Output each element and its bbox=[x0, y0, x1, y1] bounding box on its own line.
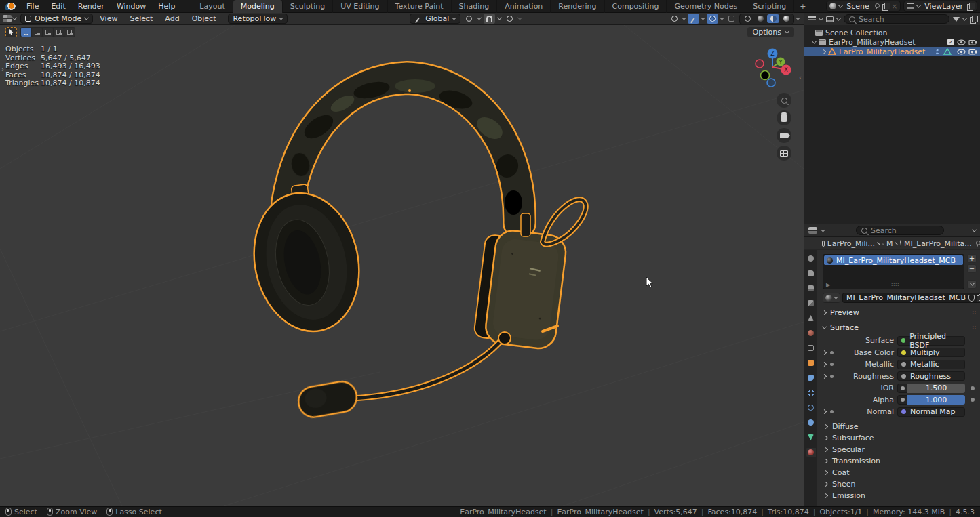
toolbar-expand-arrow[interactable]: › bbox=[1, 66, 4, 73]
tab-sculpting[interactable]: Sculpting bbox=[283, 0, 333, 13]
select-mode-invert[interactable] bbox=[54, 28, 64, 37]
mode-selector[interactable]: Object Mode bbox=[20, 14, 93, 24]
camera-visibility-icon[interactable] bbox=[968, 39, 977, 45]
tab-render[interactable] bbox=[806, 269, 816, 278]
expand-chevron-icon[interactable] bbox=[822, 350, 827, 355]
gizmo-axis-y-neg[interactable] bbox=[761, 71, 770, 80]
tab-animation[interactable]: Animation bbox=[497, 0, 551, 13]
object-visibility-button[interactable] bbox=[669, 14, 680, 24]
panel-transmission[interactable]: Transmission bbox=[823, 455, 977, 467]
tab-constraints[interactable] bbox=[806, 418, 816, 427]
outliner-search-input[interactable]: Search bbox=[844, 14, 949, 24]
viewlayer-name[interactable]: ViewLayer bbox=[923, 2, 964, 11]
pan-button[interactable] bbox=[777, 110, 791, 125]
tab-geometry-nodes[interactable]: Geometry Nodes bbox=[667, 0, 745, 13]
outliner-row-active-object[interactable]: EarPro_MilitaryHeadset bbox=[804, 47, 980, 56]
chevron-down-icon[interactable] bbox=[477, 16, 482, 20]
menu-view[interactable]: View bbox=[94, 14, 123, 23]
options-dropdown[interactable]: Options bbox=[747, 27, 794, 37]
panel-grip[interactable]: ∷ bbox=[973, 325, 977, 331]
tab-shading[interactable]: Shading bbox=[452, 0, 498, 13]
tab-texture-paint[interactable]: Texture Paint bbox=[388, 0, 452, 13]
chevron-down-icon[interactable] bbox=[796, 16, 800, 20]
tab-tool[interactable] bbox=[806, 254, 816, 263]
outliner-row-scene-collection[interactable]: Scene Collection bbox=[804, 28, 980, 37]
tab-view-layer[interactable] bbox=[806, 299, 816, 308]
tab-output[interactable] bbox=[806, 284, 816, 293]
tab-modifiers[interactable] bbox=[806, 373, 816, 382]
breadcrumb-material[interactable]: MI_EarPro_Milita... bbox=[904, 239, 972, 248]
panel-sheen[interactable]: Sheen bbox=[823, 478, 977, 490]
menu-select[interactable]: Select bbox=[124, 14, 158, 23]
properties-editor-icon[interactable] bbox=[808, 227, 817, 234]
ior-socket-button[interactable] bbox=[897, 384, 907, 393]
tab-data[interactable] bbox=[806, 433, 816, 442]
scene-selector[interactable]: Scene × bbox=[826, 1, 901, 12]
scene-name[interactable]: Scene bbox=[845, 2, 871, 11]
menu-window[interactable]: Window bbox=[111, 0, 152, 13]
chevron-down-icon[interactable] bbox=[819, 16, 823, 20]
collection-checkbox[interactable]: ✓ bbox=[947, 39, 954, 45]
tab-object[interactable] bbox=[806, 358, 816, 367]
add-workspace-button[interactable]: + bbox=[794, 2, 811, 11]
material-slot-list[interactable]: MI_EarPro_MilitaryHeadset_MCB ▶ ∷∷ bbox=[823, 254, 964, 289]
pin-icon[interactable] bbox=[874, 3, 880, 9]
tab-modeling[interactable]: Modeling bbox=[233, 0, 283, 13]
decorator-dot[interactable] bbox=[971, 398, 975, 402]
chevron-down-icon[interactable] bbox=[517, 16, 522, 20]
slot-expand-icon[interactable]: ▶ bbox=[826, 282, 830, 288]
panel-preview[interactable]: Preview ∷ bbox=[823, 307, 977, 318]
orientation-selector[interactable]: Global bbox=[410, 14, 460, 24]
pin-icon[interactable] bbox=[975, 241, 976, 247]
tab-particles[interactable] bbox=[806, 388, 816, 397]
breadcrumb-mesh[interactable]: M bbox=[886, 239, 893, 248]
perspective-toggle-button[interactable] bbox=[777, 146, 791, 161]
material-slot-selected[interactable]: MI_EarPro_MilitaryHeadset_MCB bbox=[824, 255, 963, 265]
chevron-down-icon[interactable] bbox=[821, 227, 825, 232]
panel-surface[interactable]: Surface ∷ bbox=[823, 322, 977, 333]
chevron-down-icon[interactable] bbox=[12, 16, 17, 20]
outliner-row-collection[interactable]: EarPro_MilitaryHeadset ✓ bbox=[804, 37, 980, 47]
add-slot-button[interactable]: + bbox=[967, 254, 977, 263]
gizmo-axis-z-neg[interactable] bbox=[767, 79, 775, 87]
3d-viewport[interactable]: Options Objects1 / 1 Vertices5,647 / 5,6… bbox=[0, 25, 804, 506]
panel-subsurface[interactable]: Subsurface bbox=[823, 432, 977, 444]
normal-field[interactable]: Normal Map bbox=[897, 407, 965, 417]
proportional-edit-toggle[interactable] bbox=[504, 14, 515, 24]
alpha-socket-button[interactable] bbox=[897, 395, 907, 405]
expand-chevron-icon[interactable] bbox=[812, 39, 817, 43]
show-overlays-toggle[interactable] bbox=[707, 14, 718, 24]
ior-slider[interactable]: 1.500 bbox=[907, 384, 965, 393]
metallic-field[interactable]: Metallic bbox=[897, 360, 965, 369]
shading-material-button[interactable] bbox=[767, 14, 779, 23]
xray-toggle[interactable] bbox=[726, 14, 737, 24]
base-color-field[interactable]: Multiply bbox=[897, 348, 965, 357]
tab-collection[interactable] bbox=[806, 344, 816, 352]
viewport-canvas[interactable] bbox=[0, 25, 804, 506]
slot-specials-button[interactable] bbox=[967, 280, 977, 289]
tab-scripting[interactable]: Scripting bbox=[745, 0, 794, 13]
chevron-down-icon[interactable] bbox=[682, 16, 686, 20]
tab-compositing[interactable]: Compositing bbox=[605, 0, 667, 13]
material-name-field[interactable]: MI_EarPro_MilitaryHeadset_MCB × bbox=[842, 293, 980, 303]
chevron-down-icon[interactable] bbox=[972, 227, 977, 232]
collection-label[interactable]: EarPro_MilitaryHeadset bbox=[829, 38, 915, 47]
new-collection-icon[interactable] bbox=[970, 16, 977, 23]
camera-visibility-icon[interactable] bbox=[968, 48, 977, 55]
list-resize-grip[interactable]: ∷∷ bbox=[891, 282, 899, 288]
roughness-field[interactable]: Roughness bbox=[897, 371, 965, 381]
duplicate-material-icon[interactable] bbox=[977, 294, 980, 302]
decorator-dot[interactable] bbox=[971, 386, 975, 390]
menu-object[interactable]: Object bbox=[187, 14, 222, 23]
expand-chevron-icon[interactable] bbox=[821, 49, 826, 54]
browse-material-button[interactable] bbox=[823, 293, 840, 303]
tab-scene[interactable] bbox=[806, 314, 816, 323]
select-mode-intersect[interactable] bbox=[64, 28, 75, 37]
menu-add[interactable]: Add bbox=[159, 14, 184, 23]
menu-file[interactable]: File bbox=[20, 0, 45, 13]
shading-rendered-button[interactable] bbox=[780, 14, 792, 23]
pivot-point-button[interactable] bbox=[463, 14, 475, 24]
retopoflow-menu[interactable]: RetopoFlow bbox=[228, 14, 288, 24]
zoom-button[interactable] bbox=[777, 93, 791, 108]
new-scene-icon[interactable] bbox=[882, 3, 889, 10]
